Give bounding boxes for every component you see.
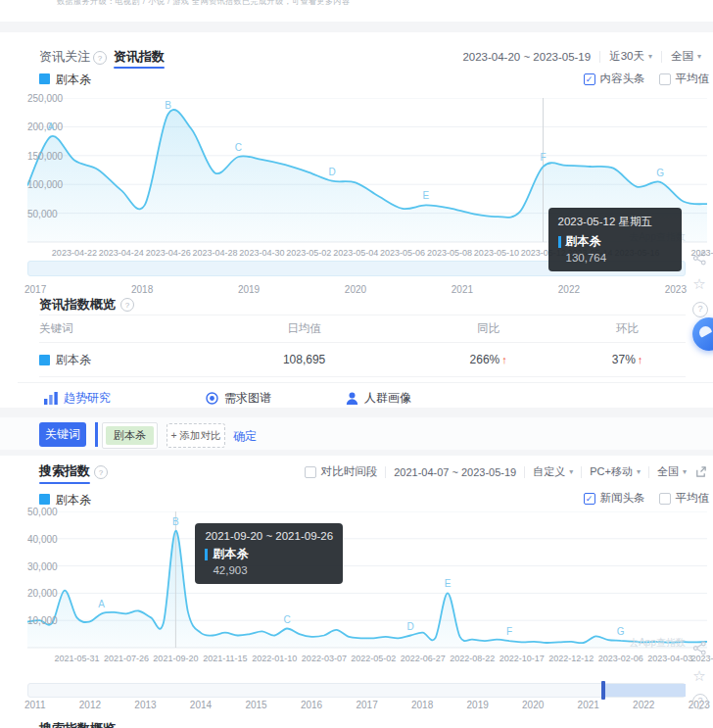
tooltip-keyword: 剧本杀 bbox=[205, 546, 333, 562]
custom-range-select[interactable]: 自定义▾ bbox=[533, 464, 573, 479]
news-index-chart[interactable]: 50,000100,000150,000200,000250,0002023-0… bbox=[27, 98, 707, 263]
x-axis-label: 2021-09-20 bbox=[153, 654, 198, 663]
tooltip-value: 130,764 bbox=[566, 252, 672, 264]
tab-search-index[interactable]: 搜索指数 bbox=[39, 462, 90, 480]
chart-tooltip: 2021-09-20 ~ 2021-09-26剧本杀42,903 bbox=[195, 523, 343, 584]
year-label: 2018 bbox=[131, 284, 153, 295]
compare-period-checkbox[interactable]: 对比时间段 bbox=[305, 464, 378, 479]
divider bbox=[661, 51, 662, 63]
info-icon[interactable]: ? bbox=[94, 465, 108, 479]
keyword-tag[interactable]: 剧本杀 bbox=[106, 426, 154, 445]
export-icon[interactable] bbox=[694, 465, 707, 478]
x-axis-label: 2023-05-02 bbox=[286, 248, 331, 258]
point-label-G: G bbox=[656, 168, 664, 178]
x-axis-label-clipped: 2023-05 bbox=[690, 248, 713, 258]
confirm-link[interactable]: 确定 bbox=[233, 428, 257, 445]
tooltip-keyword: 剧本杀 bbox=[558, 233, 672, 250]
footer-tab-audience[interactable]: 人群画像 bbox=[346, 390, 411, 407]
keyword-cell: 剧本杀 bbox=[39, 352, 201, 368]
star-icon[interactable]: ☆ bbox=[691, 668, 707, 684]
tab-news-index[interactable]: 资讯指数 bbox=[114, 48, 165, 66]
point-label-F: F bbox=[540, 152, 546, 163]
brush-handle[interactable] bbox=[601, 681, 605, 700]
overview-title-label: 资讯指数概览 bbox=[39, 296, 116, 314]
x-axis-label-clipped: 2023-05 bbox=[690, 654, 713, 663]
tooltip-date: 2023-05-12 星期五 bbox=[558, 215, 672, 229]
chart-canvas[interactable] bbox=[27, 511, 707, 649]
add-compare-label: + 添加对比 bbox=[170, 429, 220, 443]
point-label-D: D bbox=[328, 167, 335, 177]
panel2-checkboxes: ✓新闻头条平均值 bbox=[584, 491, 710, 506]
panel1-header-controls: 2023-04-20 ~ 2023-05-19 近30天 ▾ 全国 ▾ bbox=[462, 49, 701, 64]
x-axis-label: 2022-01-10 bbox=[252, 654, 297, 663]
x-axis-label: 2022-12-12 bbox=[548, 654, 594, 663]
y-axis-label: 150,000 bbox=[27, 150, 63, 161]
chevron-down-icon: ▾ bbox=[637, 467, 641, 476]
x-axis-label: 2023-05-10 bbox=[474, 248, 519, 258]
checkbox-内容头条[interactable]: ✓内容头条 bbox=[584, 72, 645, 86]
x-axis-label: 2022-08-22 bbox=[450, 654, 495, 663]
region-select[interactable]: 全国 ▾ bbox=[671, 49, 701, 64]
checkbox-平均值[interactable]: 平均值 bbox=[659, 491, 710, 506]
point-label-D: D bbox=[407, 621, 414, 632]
keyword-tag-box[interactable]: 剧本杀 bbox=[102, 422, 158, 449]
table-header-cell: 日均值 bbox=[201, 321, 407, 336]
search-index-chart[interactable]: 10,00020,00030,00040,00050,0002021-05-31… bbox=[27, 511, 707, 666]
tooltip-value: 42,903 bbox=[213, 564, 333, 576]
legend-keyword: 剧本杀 bbox=[56, 72, 91, 88]
year-label: 2021 bbox=[578, 700, 599, 710]
up-arrow-icon: ↑ bbox=[638, 354, 643, 365]
range-select[interactable]: 近30天 ▾ bbox=[609, 49, 652, 64]
star-icon[interactable]: ☆ bbox=[691, 276, 707, 292]
region-select[interactable]: 全国▾ bbox=[657, 464, 687, 479]
legend-swatch bbox=[39, 355, 50, 365]
checkbox-box: ✓ bbox=[584, 73, 595, 85]
x-axis-label: 2023-05-08 bbox=[427, 248, 472, 258]
x-axis-label: 2021-11-15 bbox=[203, 654, 247, 663]
checkbox-新闻头条[interactable]: ✓新闻头条 bbox=[584, 491, 645, 506]
table-header-cell: 同比 bbox=[407, 321, 569, 336]
x-axis-label: 2023-04-28 bbox=[192, 248, 237, 258]
checkbox-平均值[interactable]: 平均值 bbox=[659, 72, 710, 86]
add-compare-button[interactable]: + 添加对比 bbox=[166, 423, 225, 448]
x-axis-label: 2023-04-26 bbox=[146, 248, 191, 258]
table-header-cell: 环比 bbox=[569, 321, 686, 336]
device-select[interactable]: PC+移动▾ bbox=[590, 464, 641, 479]
y-axis-label: 10,000 bbox=[27, 615, 58, 626]
info-icon[interactable]: ? bbox=[93, 51, 107, 65]
point-label-C: C bbox=[235, 142, 242, 153]
year-label: 2013 bbox=[134, 700, 156, 710]
year-label: 2014 bbox=[190, 700, 212, 710]
chart2-range-brush[interactable] bbox=[27, 683, 686, 698]
tooltip-date: 2021-09-20 ~ 2021-09-26 bbox=[205, 530, 333, 542]
footer-tab-trend-research[interactable]: 趋势研究 bbox=[44, 390, 111, 407]
tooltip-marker bbox=[205, 549, 208, 560]
y-axis-label: 40,000 bbox=[27, 533, 58, 544]
keyword-button[interactable]: 关键词 bbox=[39, 422, 86, 447]
checkbox-label: 新闻头条 bbox=[600, 491, 645, 506]
help-icon[interactable]: ? bbox=[692, 302, 708, 317]
point-label-F: F bbox=[506, 626, 512, 637]
footer-tab-demand-map[interactable]: 需求图谱 bbox=[206, 390, 271, 407]
y-axis-label: 30,000 bbox=[27, 560, 58, 571]
tab-news-attention[interactable]: 资讯关注 bbox=[39, 48, 90, 66]
chart2-timeline-years[interactable]: 2011201220132014201520162017201820192020… bbox=[24, 700, 710, 710]
trend-chart-icon bbox=[44, 392, 58, 405]
help-icon[interactable]: ? bbox=[692, 694, 708, 709]
year-label: 2022 bbox=[558, 284, 580, 295]
brush-selection[interactable] bbox=[604, 684, 686, 697]
checkbox-label: 平均值 bbox=[676, 72, 710, 86]
year-label: 2019 bbox=[238, 284, 260, 295]
tooltip-marker bbox=[558, 236, 561, 248]
info-icon[interactable]: ? bbox=[120, 298, 134, 312]
keyword-cell-label: 剧本杀 bbox=[56, 352, 91, 368]
year-label: 2019 bbox=[467, 700, 489, 710]
keyword-button-label: 关键词 bbox=[45, 426, 80, 443]
section-gap bbox=[0, 450, 713, 456]
assistant-float-button[interactable] bbox=[692, 317, 713, 351]
chart1-timeline-years[interactable]: 2017201820192020202120222023 bbox=[24, 284, 687, 295]
x-axis-label: 2022-06-27 bbox=[401, 654, 446, 663]
divider bbox=[599, 51, 600, 63]
year-label: 2023 bbox=[665, 284, 687, 295]
year-label: 2020 bbox=[345, 284, 366, 295]
